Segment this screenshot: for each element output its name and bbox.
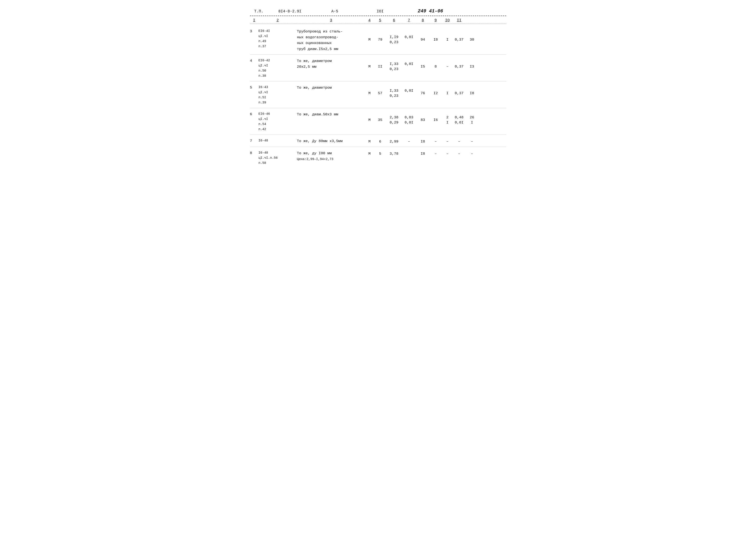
row-code: I6-48 [258, 138, 297, 143]
column-numbers-row: I 2 3 4 5 6 7 8 9 IO II [250, 17, 506, 24]
col-num-10: IO [442, 18, 453, 22]
row-note: Цена:2,99–I,94+2,73 [297, 157, 334, 161]
header-row: Т.П. 8I4-8-2.9I А-5 IOI 249 41-06 [250, 9, 506, 14]
row-divider [250, 81, 506, 82]
row-number: 8 [250, 150, 258, 156]
row-price: 2,99 [387, 138, 402, 144]
row-unit: М [365, 29, 374, 42]
row-description: То же, Ду 80мм х3,5мм [297, 138, 365, 144]
row-divider [250, 147, 506, 147]
row-qty: 57 [374, 85, 387, 96]
row-norm: – [453, 150, 465, 156]
row-wages: I5 [416, 58, 429, 69]
row-unit: М [365, 112, 374, 123]
row-cat: 2I [442, 112, 453, 125]
tp-code: 8I4-8-2.9I [278, 9, 302, 13]
col-num-2: 2 [258, 18, 297, 22]
row-qty: 79 [374, 29, 387, 42]
row-coeff: 0,0I [402, 58, 416, 66]
row-last: 30 [465, 29, 479, 42]
table-row: 3 ЕI6-4IцI.чIп.49п.37 Трубопровод из ста… [250, 26, 506, 53]
row-price: I,I90,23 [387, 29, 402, 45]
table-row: 4 ЕI6-42цI.чIп.50п.38 То же, диаметром20… [250, 55, 506, 80]
row-wages: I8 [416, 138, 429, 144]
row-coeff: 0,030,0I [402, 112, 416, 125]
col-num-3: 3 [297, 18, 365, 22]
row-coeff [402, 150, 416, 151]
italic-code: 249 41-06 [418, 9, 443, 14]
tp-label: Т.П. [254, 9, 263, 13]
col-num-11: II [453, 18, 465, 22]
row-unit: М [365, 150, 374, 156]
table-row: 7 I6-48 То же, Ду 80мм х3,5мм М 6 2,99 –… [250, 136, 506, 146]
row-coeff: 0,0I [402, 29, 416, 40]
page: Т.П. 8I4-8-2.9I А-5 IOI 249 41-06 I 2 3 … [250, 9, 506, 167]
row-last: I8 [465, 85, 479, 96]
row-mech: I2 [429, 85, 442, 96]
row-price: I,330,23 [387, 58, 402, 72]
row-wages: I8 [416, 150, 429, 156]
row-divider [250, 54, 506, 55]
row-code: I6-43цI.чIп.5Iп.39 [258, 85, 297, 105]
col-num-8: 8 [416, 18, 429, 22]
row-wages: 83 [416, 112, 429, 123]
row-number: 4 [250, 58, 258, 64]
col-num-7: 7 [402, 18, 416, 22]
row-wages: 76 [416, 85, 429, 96]
data-section: 3 ЕI6-4IцI.чIп.49п.37 Трубопровод из ста… [250, 26, 506, 167]
row-qty: 5 [374, 150, 387, 156]
row-description: То же, диам.50х3 мм [297, 112, 365, 117]
row-norm: 0,480,0I [453, 112, 465, 125]
row-cat: I [442, 85, 453, 96]
row-number: 7 [250, 138, 258, 144]
row-mech: I8 [429, 29, 442, 42]
row-price: 3,78 [387, 150, 402, 156]
row-qty: 35 [374, 112, 387, 123]
row-code: ЕI6-46цI.чIп.54п.42 [258, 112, 297, 132]
row-cat: – [442, 150, 453, 156]
row-cat: – [442, 58, 453, 69]
row-last: – [465, 138, 479, 144]
row-norm: – [453, 138, 465, 144]
row-description: То же, ду I00 мм Цена:2,99–I,94+2,73 [297, 150, 365, 162]
row-last: 26I [465, 112, 479, 125]
col-num-9: 9 [429, 18, 442, 22]
row-number: 6 [250, 112, 258, 117]
dashed-separator [250, 16, 506, 16]
row-qty: II [374, 58, 387, 69]
row-number: 5 [250, 85, 258, 90]
table-row: 8 I6-48цI.чI.п.56п.58 То же, ду I00 мм Ц… [250, 148, 506, 167]
row-last: I3 [465, 58, 479, 69]
row-norm: 0,37 [453, 29, 465, 42]
num-label: IOI [377, 9, 383, 13]
row-last: – [465, 150, 479, 156]
table-row: 6 ЕI6-46цI.чIп.54п.42 То же, диам.50х3 м… [250, 109, 506, 134]
col-num-1: I [250, 18, 258, 22]
a-label: А-5 [331, 9, 338, 13]
row-price: I,330,23 [387, 85, 402, 99]
row-unit: М [365, 85, 374, 96]
row-price: 2,380,29 [387, 112, 402, 125]
col-num-5: 5 [374, 18, 387, 22]
row-coeff: 0,0I [402, 85, 416, 93]
row-qty: 6 [374, 138, 387, 144]
row-unit: М [365, 58, 374, 69]
row-code: ЕI6-4IцI.чIп.49п.37 [258, 29, 297, 49]
row-unit: М [365, 138, 374, 144]
table-row: 5 I6-43цI.чIп.5Iп.39 То же, диаметром М … [250, 82, 506, 107]
row-mech: – [429, 138, 442, 144]
row-mech: – [429, 150, 442, 156]
row-mech: I6 [429, 112, 442, 123]
row-coeff: – [402, 138, 416, 144]
col-num-6: 6 [387, 18, 402, 22]
row-mech: 8 [429, 58, 442, 69]
row-code: ЕI6-42цI.чIп.50п.38 [258, 58, 297, 79]
row-description: Трубопровод из сталь-ных водогазопровод-… [297, 29, 365, 52]
row-norm: 0,37 [453, 85, 465, 96]
row-number: 3 [250, 29, 258, 34]
row-cat: I [442, 29, 453, 42]
row-description: То же, диаметром [297, 85, 365, 91]
row-norm: 0,37 [453, 58, 465, 69]
row-cat: – [442, 138, 453, 144]
row-description: То же, диаметром20x2,5 мм [297, 58, 365, 70]
